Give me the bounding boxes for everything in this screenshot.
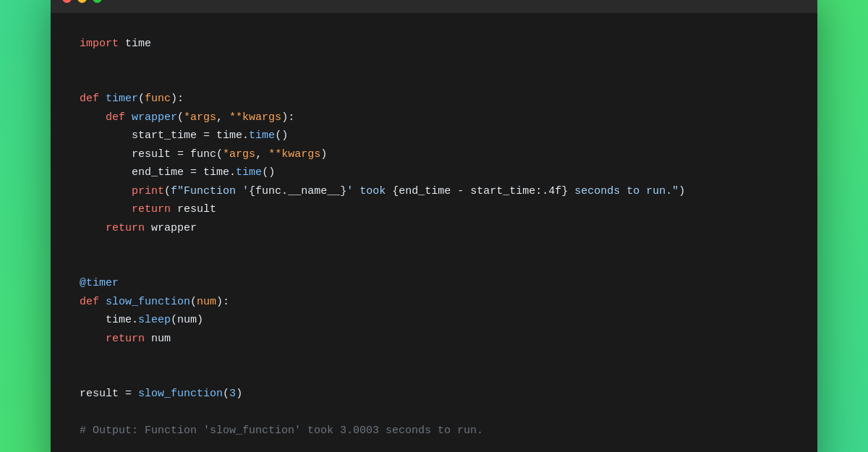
code-line-14: result = slow_function(3): [80, 385, 788, 404]
code-window: import time def timer(func): def wrapper…: [51, 0, 817, 452]
code-line-2: def timer(func):: [80, 90, 788, 108]
code-line-13: return num: [80, 330, 788, 349]
code-line-6: end_time = time.time(): [80, 163, 788, 182]
code-editor: import time def timer(func): def wrapper…: [51, 13, 817, 453]
maximize-button[interactable]: [93, 0, 102, 3]
code-line-3: def wrapper(*args, **kwargs):: [80, 108, 788, 127]
code-line-1: import time: [80, 35, 788, 54]
code-line-7: print(f"Function '{func.__name__}' took …: [80, 182, 788, 201]
code-line-15: # Output: Function 'slow_function' took …: [80, 422, 788, 440]
minimize-button[interactable]: [77, 0, 87, 3]
code-line-8: return result: [80, 200, 788, 219]
code-line-9: return wrapper: [80, 219, 788, 238]
code-line-10: @timer: [80, 274, 788, 293]
close-button[interactable]: [62, 0, 72, 3]
code-line-4: start_time = time.time(): [80, 127, 788, 145]
title-bar: [51, 0, 817, 13]
code-line-5: result = func(*args, **kwargs): [80, 145, 788, 164]
code-line-11: def slow_function(num):: [80, 293, 788, 312]
code-line-12: time.sleep(num): [80, 311, 788, 330]
